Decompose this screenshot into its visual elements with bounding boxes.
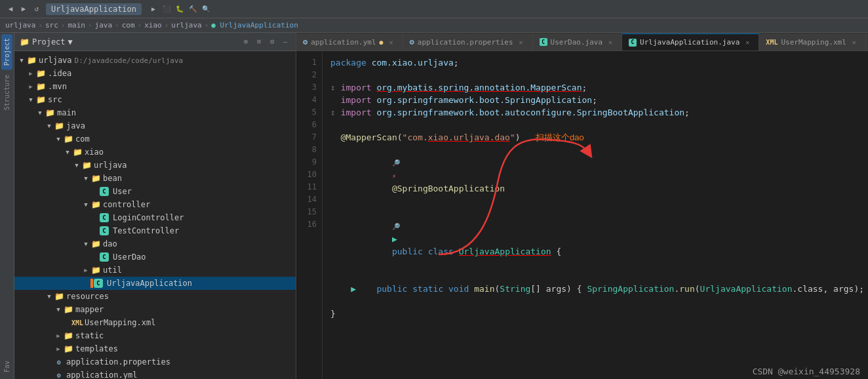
code-line-6	[330, 119, 860, 131]
run-icon[interactable]: ▶	[148, 4, 159, 14]
tab-label: UserDao.java	[551, 38, 602, 47]
breadcrumb-item-xiao[interactable]: xiao	[144, 21, 162, 30]
breadcrumb: urljava › src › main › java › com › xiao…	[0, 18, 868, 33]
forward-icon[interactable]: ▶	[18, 4, 29, 14]
code-line-15: }	[330, 308, 860, 320]
expand-arrow: ▶	[54, 331, 63, 340]
tree-item-java[interactable]: ▼ 📁 java	[14, 119, 296, 132]
breadcrumb-item-com[interactable]: com	[122, 21, 135, 30]
tab-usermapping[interactable]: XML UserMapping.xml ✕	[759, 33, 865, 50]
tree-item-appyml[interactable]: ▶ ⚙ application.yml	[14, 369, 296, 379]
tree-item-templates[interactable]: ▶ 📁 templates	[14, 342, 296, 355]
debug-icon[interactable]: 🐛	[174, 4, 185, 14]
tree-label: LoginController	[113, 213, 184, 222]
tab-urljavaapp[interactable]: C UrljavaApplication.java ✕	[622, 33, 759, 50]
tree-item-static[interactable]: ▶ 📁 static	[14, 329, 296, 342]
tree-item-main[interactable]: ▼ 📁 main	[14, 106, 296, 119]
dropdown-icon[interactable]: ▼	[68, 37, 73, 47]
code-line-16	[330, 320, 860, 332]
tab-userdao[interactable]: C UserDao.java ✕	[533, 33, 622, 50]
expand-arrow: ▼	[81, 239, 90, 249]
expand-arrow: ▶	[26, 82, 35, 91]
modified-marker: ●	[380, 39, 384, 46]
code-line-7: @MapperScan("com.xiao.urljava.dao") 扫描这个…	[330, 131, 860, 144]
locate-icon[interactable]: ⊕	[241, 37, 251, 47]
expand-arrow: ▶	[54, 344, 63, 353]
java-class-icon: C	[94, 279, 103, 288]
breadcrumb-item-urljava[interactable]: urljava	[5, 21, 35, 30]
tree-item-user[interactable]: ▶ C User	[14, 185, 296, 198]
tree-item-bean[interactable]: ▼ 📁 bean	[14, 172, 296, 185]
settings-icon[interactable]: ⚙	[267, 37, 277, 47]
java-tab-icon: C	[540, 38, 547, 46]
tab-appyml[interactable]: ⚙ application.yml ● ✕	[296, 33, 403, 50]
tree-label: resources	[66, 292, 109, 301]
java-class-icon: C	[100, 226, 109, 235]
collapse-icon[interactable]: ≡	[254, 37, 264, 47]
code-editor[interactable]: 1 2 3 4 5 6 7 8 9 10 11 14 15 16	[296, 51, 868, 379]
tree-item-usermapping[interactable]: ▶ XML UserMapping.xml	[14, 316, 296, 329]
file-tree-panel: 📁 Project ▼ ⊕ ≡ ⚙ — ▼ 📁 urljava D:/javad…	[14, 33, 296, 379]
tree-label: application.yml	[66, 370, 137, 379]
tab-close-btn[interactable]: ✕	[517, 37, 526, 47]
tree-item-xiao[interactable]: ▼ 📁 xiao	[14, 146, 296, 159]
tree-item-com[interactable]: ▼ 📁 com	[14, 132, 296, 146]
tree-label: UserMapping.xml	[85, 318, 155, 327]
watermark: CSDN @weixin_44953928	[753, 367, 860, 376]
tab-appprops[interactable]: ⚙ application.properties ✕	[403, 33, 533, 50]
tree-item-mapper[interactable]: ▼ 📁 mapper	[14, 303, 296, 316]
breadcrumb-item-file[interactable]: ● UrljavaApplication	[211, 21, 298, 30]
code-line-4: import org.springframework.boot.SpringAp…	[330, 94, 860, 106]
tree-item-appprops[interactable]: ▶ ⚙ application.properties	[14, 355, 296, 369]
java-class-icon: C	[100, 187, 109, 196]
back-icon[interactable]: ◀	[5, 4, 16, 14]
structure-tab[interactable]: Structure	[1, 71, 12, 114]
expand-arrow: ▼	[72, 161, 81, 170]
stop-icon[interactable]: ⬛	[161, 4, 172, 14]
expand-arrow: ▼	[81, 174, 90, 183]
breadcrumb-item-main[interactable]: main	[68, 21, 85, 30]
tree-item-src[interactable]: ▼ 📁 src	[14, 93, 296, 106]
tree-item-root[interactable]: ▼ 📁 urljava D:/javadcode/code/urljava	[14, 54, 296, 67]
folder-icon: 📁	[35, 81, 46, 92]
expand-arrow: ▶	[81, 266, 90, 275]
tree-label: application.properties	[66, 357, 170, 367]
folder-icon: 📁	[63, 134, 73, 144]
expand-arrow: ▼	[81, 200, 90, 209]
tree-item-dao[interactable]: ▼ 📁 dao	[14, 237, 296, 250]
tab-close-btn[interactable]: ✕	[387, 37, 396, 47]
tree-label: TestController	[113, 226, 179, 235]
tree-item-mvn[interactable]: ▶ 📁 .mvn	[14, 80, 296, 93]
tree-item-logincontroller[interactable]: ▶ C LoginController	[14, 211, 296, 224]
tree-label: .mvn	[48, 82, 67, 91]
code-content[interactable]: package com.xiao.urljava; ↕ import org.m…	[323, 51, 868, 379]
project-tab[interactable]: Project	[1, 34, 12, 70]
favorites-tab[interactable]: Fav	[1, 357, 12, 376]
build-icon[interactable]: 🔨	[187, 4, 198, 14]
tree-item-testcontroller[interactable]: ▶ C TestController	[14, 224, 296, 237]
tab-close-btn[interactable]: ✕	[743, 38, 752, 47]
tree-item-urljava-pkg[interactable]: ▼ 📁 urljava	[14, 159, 296, 172]
tab-close-btn[interactable]: ✕	[850, 37, 859, 47]
tree-item-urljavaapp[interactable]: ▶ C UrljavaApplication	[14, 277, 296, 290]
minimize-icon[interactable]: —	[280, 37, 290, 47]
breadcrumb-item-src[interactable]: src	[45, 21, 58, 30]
tree-label: UserDao	[113, 252, 146, 262]
tree-item-userdao[interactable]: ▶ C UserDao	[14, 250, 296, 264]
search-icon[interactable]: 🔍	[201, 4, 211, 14]
code-line-2	[330, 69, 860, 81]
title-bar: ◀ ▶ ↺ UrljavaApplication ▶ ⬛ 🐛 🔨 🔍	[0, 0, 868, 18]
breadcrumb-item-java[interactable]: java	[95, 21, 113, 30]
project-icon: 📁	[20, 37, 30, 47]
title-bar-icons: ◀ ▶ ↺	[5, 4, 42, 14]
tab-close-btn[interactable]: ✕	[606, 37, 615, 47]
title-bar-actions: ▶ ⬛ 🐛 🔨 🔍	[148, 4, 211, 14]
expand-arrow: ▶	[26, 69, 35, 78]
tree-item-idea[interactable]: ▶ 📁 .idea	[14, 67, 296, 80]
tab-label: application.yml	[311, 38, 376, 47]
refresh-icon[interactable]: ↺	[31, 4, 42, 14]
breadcrumb-item-urljava2[interactable]: urljava	[171, 21, 201, 30]
tree-item-util[interactable]: ▶ 📁 util	[14, 264, 296, 277]
tree-item-resources[interactable]: ▼ 📁 resources	[14, 290, 296, 303]
tree-item-controller[interactable]: ▼ 📁 controller	[14, 198, 296, 211]
